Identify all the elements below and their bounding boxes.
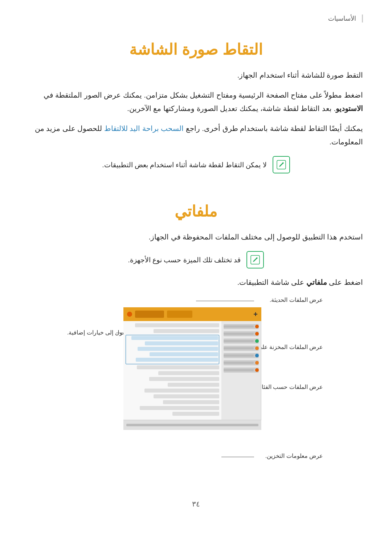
bottom-line — [126, 424, 258, 426]
mockup-tab-2 — [135, 311, 164, 318]
content-row-1 — [135, 323, 219, 327]
content-row-11 — [172, 412, 219, 416]
page-wrapper: الأساسيات التقاط صورة الشاشة التقط صورة … — [0, 0, 392, 554]
selected-row-1 — [131, 336, 218, 340]
mockup-circle-1 — [127, 312, 132, 317]
mockup-bottom-bar — [123, 420, 261, 430]
sidebar-line-4 — [224, 347, 254, 349]
sidebar-line-1 — [224, 325, 254, 328]
mockup-top-bar: + — [123, 307, 261, 321]
sidebar-line-6 — [224, 362, 254, 364]
ann-storage-info: عرض معلومات التخزين. — [265, 452, 323, 459]
screenshot-title: التقاط صورة الشاشة — [29, 41, 363, 58]
conn-recent-files — [196, 301, 254, 301]
sidebar-dot-6 — [255, 361, 259, 365]
sidebar-line-2 — [224, 333, 254, 335]
selected-row-5 — [136, 358, 218, 362]
mockup-sidebar-row-4 — [224, 346, 259, 351]
ann-recent-files: عرض الملفات الحديثة. — [270, 296, 323, 303]
content-row-5 — [149, 377, 220, 381]
screenshot-para2: اضغط مطولاً على مفتاح الصفحة الرئيسية وم… — [29, 89, 363, 115]
sidebar-line-5 — [224, 354, 254, 357]
content-row-8 — [154, 394, 219, 398]
content-selected-group — [126, 335, 219, 364]
page-number: ٣٤ — [29, 500, 363, 508]
mockup-plus-button: + — [253, 310, 258, 319]
mockup-content-area — [123, 321, 221, 420]
mockup-tab-1 — [167, 311, 192, 318]
myfiles-section: ملفاتي استخدم هذا التطبيق للوصول إلى مخت… — [29, 202, 363, 485]
content-row-10 — [140, 406, 219, 410]
mockup-main — [123, 321, 261, 420]
selected-row-4 — [150, 352, 218, 356]
screenshot-para3: يمكنك أيضًا التقاط لقطة شاشة باستخدام طر… — [29, 122, 363, 149]
content-row-6 — [168, 383, 219, 387]
note-icon-1 — [273, 156, 290, 173]
mockup-sidebar — [221, 321, 261, 420]
content-row-2 — [154, 329, 219, 333]
sidebar-dot-7 — [255, 368, 259, 372]
sidebar-dot-3 — [255, 339, 259, 343]
pencil-icon-2 — [250, 254, 261, 265]
sidebar-dot-5 — [255, 354, 259, 357]
sidebar-dot-4 — [255, 346, 259, 350]
annotated-mockup-area: عرض الملفات الحديثة. الوصول إلى خيارات إ… — [65, 296, 327, 485]
pencil-icon — [276, 159, 287, 170]
mockup-sidebar-row-7 — [224, 368, 259, 373]
content-row-7 — [144, 389, 219, 393]
myfiles-note-text: قد تختلف تلك الميزة حسب نوع الأجهزة. — [128, 256, 241, 264]
sidebar-line-7 — [224, 369, 254, 371]
conn-storage-info — [221, 457, 254, 457]
myfiles-para2: اضغط على ملفاتي على شاشة التطبيقات. — [29, 276, 363, 289]
content-row-3 — [137, 365, 219, 369]
sidebar-dot-2 — [255, 332, 259, 336]
note-icon-2 — [246, 251, 264, 268]
selected-row-2 — [145, 341, 218, 345]
section-divider — [29, 181, 363, 195]
screenshot-para1: التقط صورة للشاشة أثناء استخدام الجهاز. — [29, 69, 363, 82]
mockup-sidebar-row-6 — [224, 360, 259, 365]
screenshot-note-text: لا يمكن التقاط لقطة شاشة أثناء استخدام ب… — [102, 161, 267, 169]
myfiles-note: قد تختلف تلك الميزة حسب نوع الأجهزة. — [29, 251, 363, 268]
mockup-sidebar-row-1 — [224, 324, 259, 329]
myfiles-title: ملفاتي — [29, 202, 363, 220]
content-row-9 — [163, 400, 219, 404]
content-row-4 — [158, 371, 219, 375]
header-label: الأساسيات — [328, 15, 356, 22]
mockup-sidebar-row-5 — [224, 353, 259, 358]
mockup-sidebar-row-2 — [224, 331, 259, 336]
sidebar-line-3 — [224, 340, 254, 342]
mockup-sidebar-row-3 — [224, 338, 259, 344]
screenshot-note: لا يمكن التقاط لقطة شاشة أثناء استخدام ب… — [29, 156, 363, 173]
ann-by-category: عرض الملفات حسب الفئات. — [254, 383, 323, 390]
device-mockup: + — [123, 307, 261, 430]
selected-row-3 — [138, 347, 218, 351]
header-bar: الأساسيات — [29, 15, 363, 22]
screenshot-section: التقاط صورة الشاشة التقط صورة للشاشة أثن… — [29, 41, 363, 173]
myfiles-para1: استخدم هذا التطبيق للوصول إلى مختلف المل… — [29, 230, 363, 244]
sidebar-dot-1 — [255, 325, 259, 328]
